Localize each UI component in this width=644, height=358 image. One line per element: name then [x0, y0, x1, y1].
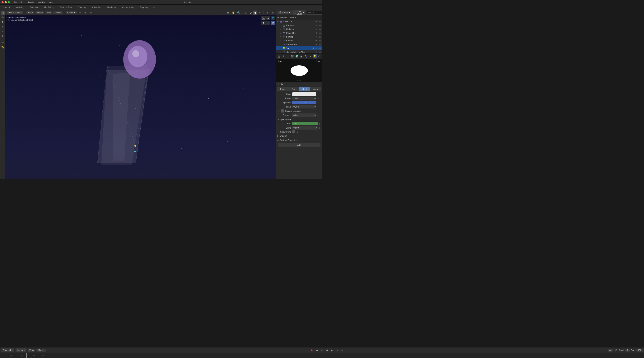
blend-field[interactable]: 0.000 [292, 126, 318, 130]
menu-render[interactable]: Render [26, 1, 36, 4]
tab-sculpting[interactable]: Sculpting [27, 5, 41, 9]
light-type-point[interactable]: Point [277, 87, 288, 91]
tab-modeling[interactable]: Modeling [13, 5, 27, 9]
viewport-env-icon[interactable]: 🌑 [266, 21, 270, 25]
gizmo-icon[interactable]: ◈ [270, 10, 275, 15]
size-field[interactable]: 45° [292, 122, 318, 125]
tab-scripting[interactable]: Scripting [137, 5, 150, 9]
outliner-item-camera[interactable]: ▷ 📷 Camera 👁 ◉ [276, 23, 322, 27]
light-type-spot[interactable]: Spot [299, 87, 310, 91]
tab-texture-paint[interactable]: Texture Paint [57, 5, 75, 9]
collection-eye[interactable]: 👁 [315, 20, 318, 23]
menu-file[interactable]: File [12, 1, 18, 4]
show-cone-checkbox[interactable] [292, 130, 295, 133]
sphere001-render[interactable]: ◉ [318, 43, 321, 46]
plane001-render[interactable]: ◉ [318, 32, 321, 34]
tab-layout[interactable]: Layout [1, 5, 12, 9]
close-button[interactable] [2, 1, 4, 3]
cylinder-render[interactable]: ◉ [318, 28, 321, 30]
viewport-camera-icon[interactable]: 📷 [262, 16, 266, 20]
object-menu[interactable]: Object [53, 11, 62, 14]
skyline-eye[interactable]: 👁 [315, 36, 318, 38]
blend-diamond[interactable]: ◇ [319, 127, 320, 129]
tab-shading[interactable]: Shading [75, 5, 88, 9]
outliner-item-collection[interactable]: ▼ ▣ Collection 👁 ◉ [276, 19, 322, 23]
show-cone-diamond[interactable]: ◇ [296, 131, 298, 133]
viewport-overlay-toggle[interactable]: ⊞ [271, 21, 275, 25]
menu-edit[interactable]: Edit [19, 1, 26, 4]
light-type-sun[interactable]: Sun [288, 87, 299, 91]
props-scene-icon[interactable]: 🎬 [290, 54, 294, 58]
props-render-icon[interactable]: 📷 [277, 54, 281, 58]
preview-close[interactable]: ✕ [318, 60, 321, 63]
custom-distance-checkbox[interactable] [281, 109, 284, 112]
custom-props-add-button[interactable]: Add [278, 143, 320, 147]
outliner-item-skyline[interactable]: ▷ ▽ Skyline 👁 ◉ [276, 35, 322, 39]
tool-cursor[interactable]: ✛ [0, 15, 5, 19]
tool-transform[interactable]: ⊹ [0, 34, 5, 38]
outliner-item-spot[interactable]: ▷ 💡 Spot ⟳ 👁 ◉ [276, 46, 322, 50]
outliner-item-plane001[interactable]: ▷ ▽ Plane.001 👁 ◉ [276, 31, 322, 35]
viewport-canvas[interactable]: Camera Perspective (46) Scene Collection… [5, 15, 276, 179]
outliner-item-cylinder[interactable]: ▷ ▽ Cylinder 👁 ◉ [276, 27, 322, 31]
distance-dot-btn[interactable]: ● [318, 114, 320, 117]
power-dot-btn[interactable]: ● [318, 97, 320, 100]
skyline-render[interactable]: ◉ [318, 36, 321, 38]
props-particles-icon[interactable]: ✦ [308, 54, 312, 58]
view-menu[interactable]: View [26, 11, 34, 14]
solid-icon[interactable]: ◕ [248, 10, 253, 15]
props-data-icon[interactable]: 💡 [312, 54, 317, 58]
spot-render[interactable]: ◉ [318, 47, 321, 49]
tool-select[interactable]: ⬚ [0, 11, 5, 15]
tool-move[interactable]: ✥ [0, 20, 5, 24]
render-preview-icon[interactable]: ● [258, 10, 262, 15]
plane001-eye[interactable]: 👁 [315, 32, 318, 34]
spot-shape-section-header[interactable]: ▼ Spot Shape [276, 117, 322, 121]
camera-render[interactable]: ◉ [318, 24, 321, 26]
props-output-icon[interactable]: 🖨 [281, 54, 285, 58]
tab-compositing[interactable]: Compositing [120, 5, 136, 9]
spot-eye[interactable]: 👁 [315, 47, 318, 49]
collection-render[interactable]: ◉ [318, 20, 321, 23]
sky-eye[interactable]: 👁 [315, 51, 318, 53]
tab-animation[interactable]: Animation [89, 5, 104, 9]
object-mode-dropdown[interactable]: Object Mode ▾ [6, 11, 23, 14]
props-world-icon[interactable]: 🌍 [295, 54, 299, 58]
transform-dropdown[interactable]: Global▾ [66, 11, 77, 14]
sky-render[interactable]: ◉ [318, 51, 321, 53]
power-field[interactable]: 20W [292, 97, 316, 100]
radius-field[interactable]: 0.25m [292, 105, 316, 108]
tab-rendering[interactable]: Rendering [104, 5, 119, 9]
camera-view-icon[interactable]: 📷 [226, 10, 230, 15]
search-icon[interactable]: 🔍 [236, 10, 241, 15]
tool-annotate[interactable]: ✏ [0, 40, 5, 44]
light-section-header[interactable]: ▼ Light [276, 82, 322, 86]
custom-dist-toggle[interactable]: ▼ [278, 110, 280, 112]
view-layer-selector[interactable]: ⬚ View Layer ▾ [292, 10, 306, 15]
add-menu[interactable]: Add [46, 11, 52, 14]
snap-icon[interactable]: ⊞ [83, 10, 88, 15]
material-preview-icon[interactable]: ◑ [253, 10, 257, 15]
sphere-eye[interactable]: 👁 [315, 40, 318, 42]
menu-help[interactable]: Help [47, 1, 55, 4]
wireframe-icon[interactable]: ⬚ [244, 10, 248, 15]
color-dot-btn[interactable]: ● [318, 93, 320, 96]
custom-props-section-header[interactable]: ▷ Custom Properties [276, 138, 322, 142]
light-type-area[interactable]: Area [310, 87, 321, 91]
props-material-icon[interactable]: ⬡ [317, 54, 321, 58]
tab-uv-editing[interactable]: UV Editing [42, 5, 57, 9]
props-modifier-icon[interactable]: 🔧 [304, 54, 308, 58]
cylinder-eye[interactable]: 👁 [315, 28, 318, 30]
outliner-item-sphere001[interactable]: ▷ ○ Sphere.001 👁 ◉ [276, 42, 322, 46]
specular-field[interactable]: 1.00 [292, 101, 316, 104]
sphere001-eye[interactable]: 👁 [315, 43, 318, 46]
move-icon[interactable]: ✋ [231, 10, 235, 15]
maximize-button[interactable] [8, 1, 10, 3]
distance-field[interactable]: 40m [292, 113, 316, 117]
menu-window[interactable]: Window [36, 1, 47, 4]
props-view-layer-icon[interactable]: ⬚ [286, 54, 290, 58]
tool-scale[interactable]: ⤡ [0, 29, 5, 33]
tool-measure[interactable]: 📏 [0, 45, 5, 49]
viewport-light-icon[interactable]: 💡 [262, 21, 266, 25]
minimize-button[interactable] [4, 1, 7, 3]
